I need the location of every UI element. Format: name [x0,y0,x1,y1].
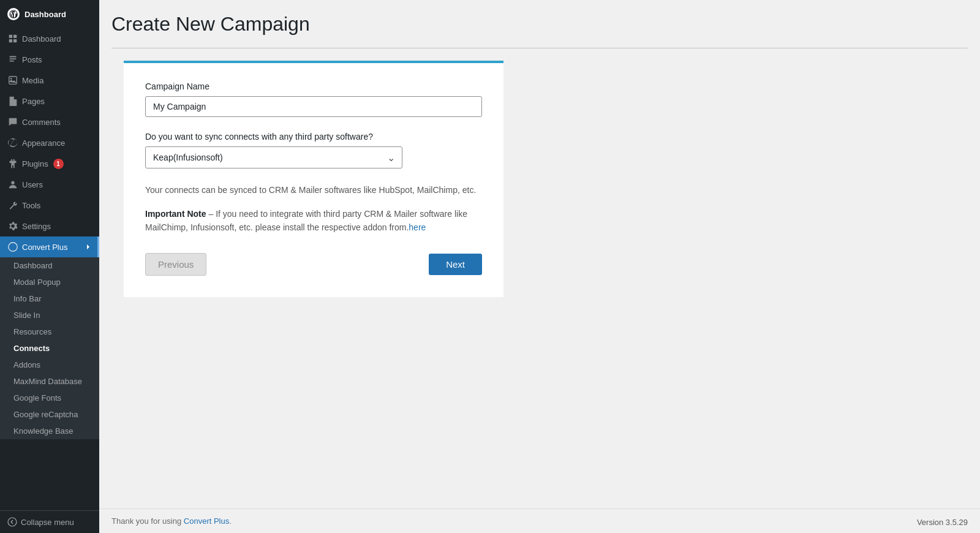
pages-icon [7,96,18,107]
sidebar-item-convert-plus[interactable]: Convert Plus [0,236,99,257]
campaign-name-group: Campaign Name [145,81,482,117]
campaign-form: Campaign Name Do you want to sync connec… [124,61,503,297]
svg-point-6 [10,78,12,80]
posts-label: Posts [22,55,42,64]
sidebar-item-plugins[interactable]: Plugins 1 [0,153,99,174]
sidebar-item-comments[interactable]: Comments [0,112,99,132]
comments-icon [7,116,18,127]
main-content: Create New Campaign Campaign Name Do you… [99,0,980,533]
form-description: Your connects can be synced to CRM & Mai… [145,183,482,197]
sidebar-item-dashboard[interactable]: Dashboard [0,28,99,49]
sidebar-main-nav: Dashboard Posts Media Pages Comments App… [0,28,99,510]
sync-select[interactable]: None HubSpot MailChimp Keap(Infusionsoft… [145,146,402,168]
sub-nav-cp-slide-in[interactable]: Slide In [0,307,99,323]
collapse-menu[interactable]: Collapse menu [0,510,99,533]
plugins-icon [7,158,18,169]
svg-rect-2 [13,35,17,38]
svg-point-9 [8,518,17,526]
sidebar-item-users[interactable]: Users [0,174,99,195]
settings-icon [7,221,18,232]
svg-rect-3 [9,39,12,42]
posts-icon [7,54,18,65]
appearance-label: Appearance [22,138,65,148]
svg-rect-1 [9,35,12,38]
pages-label: Pages [22,97,45,106]
campaign-name-input[interactable] [145,96,482,117]
sub-nav-cp-resources[interactable]: Resources [0,323,99,340]
sidebar-item-tools[interactable]: Tools [0,195,99,216]
convert-plus-label: Convert Plus [22,243,67,252]
sub-nav-cp-google-fonts[interactable]: Google Fonts [0,390,99,406]
users-icon [7,179,18,190]
sidebar: Dashboard Dashboard Posts Media Pages Co… [0,0,99,533]
footer-link[interactable]: Convert Plus [184,516,229,526]
convert-plus-icon [7,241,18,252]
previous-button[interactable]: Previous [145,253,206,276]
sub-nav-cp-maxmind[interactable]: MaxMind Database [0,373,99,390]
form-note-label: Important Note [145,209,206,219]
sidebar-item-settings[interactable]: Settings [0,216,99,236]
collapse-icon [7,517,17,527]
form-note-link[interactable]: here [409,222,426,232]
settings-label: Settings [22,222,51,231]
comments-label: Comments [22,118,61,127]
page-title: Create New Campaign [111,12,968,36]
sub-nav-cp-connects[interactable]: Connects [0,340,99,357]
users-label: Users [22,180,43,189]
divider [111,48,968,48]
form-note: Important Note – If you need to integrat… [145,207,482,235]
footer-text: Thank you for using Convert Plus. [111,516,232,526]
next-button[interactable]: Next [429,254,482,275]
dashboard-label: Dashboard [22,34,61,43]
svg-point-8 [9,243,17,251]
sync-label: Do you want to sync connects with any th… [145,132,482,142]
chevron-right-icon [85,243,92,251]
campaign-name-label: Campaign Name [145,81,482,91]
footer: Thank you for using Convert Plus. Versio… [99,508,980,533]
sync-group: Do you want to sync connects with any th… [145,132,482,168]
sidebar-logo-label: Dashboard [24,10,66,19]
sub-nav-cp-recaptcha[interactable]: Google reCaptcha [0,406,99,423]
plugins-label: Plugins [22,159,48,168]
sidebar-item-pages[interactable]: Pages [0,91,99,112]
plugins-badge: 1 [53,159,64,169]
collapse-label: Collapse menu [21,518,74,527]
version-badge: Version 3.5.29 [917,518,968,527]
dashboard-icon [7,33,18,44]
sidebar-item-appearance[interactable]: Appearance [0,132,99,153]
svg-rect-5 [9,77,17,85]
tools-icon [7,200,18,211]
wp-icon [7,8,20,20]
sub-nav-cp-info-bar[interactable]: Info Bar [0,290,99,307]
sub-nav-cp-addons[interactable]: Addons [0,357,99,373]
sidebar-item-media[interactable]: Media [0,70,99,91]
appearance-icon [7,137,18,148]
media-label: Media [22,76,43,85]
svg-rect-4 [13,39,17,42]
svg-point-7 [11,181,14,184]
sub-nav-cp-modal-popup[interactable]: Modal Popup [0,274,99,290]
form-actions: Previous Next [145,253,482,276]
sub-nav-cp-knowledge-base[interactable]: Knowledge Base [0,423,99,439]
page-header: Create New Campaign [99,0,980,42]
tools-label: Tools [22,201,40,210]
sidebar-item-posts[interactable]: Posts [0,49,99,70]
sidebar-logo[interactable]: Dashboard [0,0,99,28]
sync-select-wrapper: None HubSpot MailChimp Keap(Infusionsoft… [145,146,402,168]
media-icon [7,75,18,86]
convert-plus-sub-nav: Dashboard Modal Popup Info Bar Slide In … [0,257,99,439]
footer-text-prefix: Thank you for using [111,516,184,526]
footer-text-end: . [229,516,232,526]
sub-nav-cp-dashboard[interactable]: Dashboard [0,257,99,274]
